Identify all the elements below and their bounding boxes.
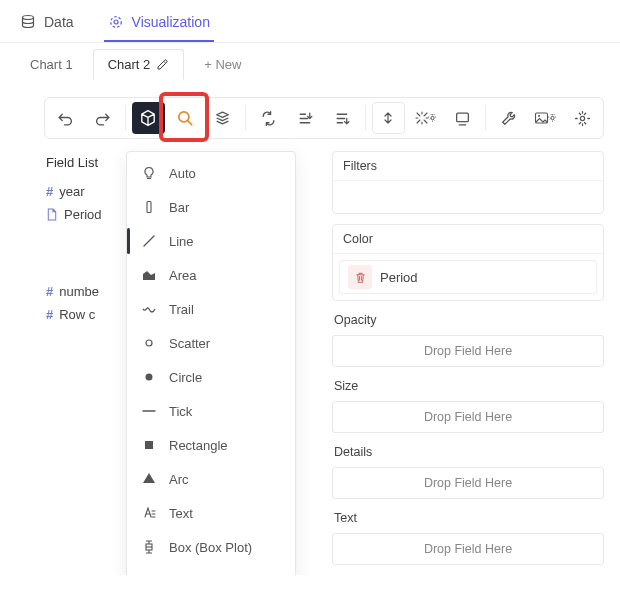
trash-icon[interactable]	[348, 265, 372, 289]
mark-auto[interactable]: Auto	[127, 156, 295, 190]
mark-area[interactable]: Area	[127, 258, 295, 292]
svg-rect-13	[145, 441, 153, 449]
tab-data-label: Data	[44, 14, 74, 30]
axis-resize-button[interactable]	[372, 102, 405, 134]
database-icon	[20, 14, 36, 30]
size-button[interactable]	[446, 102, 479, 134]
mark-circle[interactable]: Circle	[127, 360, 295, 394]
field-row-count[interactable]: #Row c	[44, 303, 116, 326]
svg-rect-5	[457, 113, 469, 122]
color-title: Color	[333, 225, 603, 254]
mark-trail[interactable]: Trail	[127, 292, 295, 326]
undo-button[interactable]	[49, 102, 82, 134]
redo-button[interactable]	[86, 102, 119, 134]
svg-rect-10	[147, 202, 151, 213]
svg-point-8	[551, 116, 554, 119]
line-icon	[141, 233, 157, 249]
filters-title: Filters	[333, 152, 603, 181]
transpose-button[interactable]	[252, 102, 285, 134]
sort-asc-button[interactable]	[289, 102, 322, 134]
document-type-icon	[46, 208, 58, 221]
mark-scatter[interactable]: Scatter	[127, 326, 295, 360]
text-icon	[141, 505, 157, 521]
color-field-period[interactable]: Period	[339, 260, 597, 294]
tab-data[interactable]: Data	[16, 8, 78, 42]
mark-type-dropdown: Auto Bar Line Area Trail Scatter Circle …	[126, 151, 296, 575]
filters-section: Filters	[332, 151, 604, 214]
chart-tab-2[interactable]: Chart 2	[93, 49, 185, 80]
svg-point-9	[580, 116, 584, 120]
svg-point-7	[538, 115, 540, 117]
svg-rect-6	[536, 113, 548, 123]
toolbar	[44, 97, 604, 139]
number-type-icon: #	[46, 184, 53, 199]
size-dropzone[interactable]: Drop Field Here	[332, 401, 604, 433]
tab-visualization[interactable]: Visualization	[104, 8, 214, 42]
arc-icon	[141, 471, 157, 487]
mark-box[interactable]: Box (Box Plot)	[127, 530, 295, 564]
boxplot-icon	[141, 539, 157, 555]
encoding-panel: Filters Color Period Opacity Drop Field …	[332, 151, 604, 575]
svg-point-4	[431, 116, 434, 119]
trail-icon	[141, 301, 157, 317]
text-title: Text	[332, 509, 604, 531]
scatter-icon	[141, 335, 157, 351]
field-list: Field List #year Period #numbe #Row c	[44, 151, 116, 575]
svg-point-1	[110, 17, 121, 28]
separator	[125, 105, 126, 131]
config-button[interactable]	[492, 102, 525, 134]
svg-point-2	[114, 20, 118, 24]
table-icon	[141, 573, 157, 575]
tick-icon	[141, 403, 157, 419]
field-list-title: Field List	[44, 151, 116, 180]
filters-dropzone[interactable]	[333, 181, 603, 213]
mark-type-button[interactable]	[169, 102, 202, 134]
mark-table[interactable]: Table	[127, 564, 295, 575]
stack-button[interactable]	[206, 102, 239, 134]
color-section: Color Period	[332, 224, 604, 301]
field-period[interactable]: Period	[44, 203, 116, 226]
area-icon	[141, 267, 157, 283]
layout-settings-button[interactable]	[409, 102, 442, 134]
mark-line[interactable]: Line	[127, 224, 295, 258]
size-title: Size	[332, 377, 604, 399]
tab-visualization-label: Visualization	[132, 14, 210, 30]
svg-point-0	[23, 16, 34, 20]
mark-tick[interactable]: Tick	[127, 394, 295, 428]
mark-arc[interactable]: Arc	[127, 462, 295, 496]
separator	[485, 105, 486, 131]
opacity-title: Opacity	[332, 311, 604, 333]
svg-point-12	[146, 374, 153, 381]
color-pill-label: Period	[380, 270, 418, 285]
mark-text[interactable]: Text	[127, 496, 295, 530]
number-type-icon: #	[46, 307, 53, 322]
field-year[interactable]: #year	[44, 180, 116, 203]
chart-tab-1[interactable]: Chart 1	[16, 50, 87, 79]
separator	[365, 105, 366, 131]
separator	[245, 105, 246, 131]
edit-icon	[156, 58, 169, 71]
settings-button[interactable]	[566, 102, 599, 134]
mark-bar[interactable]: Bar	[127, 190, 295, 224]
number-type-icon: #	[46, 284, 53, 299]
field-number[interactable]: #numbe	[44, 280, 116, 303]
opacity-dropzone[interactable]: Drop Field Here	[332, 335, 604, 367]
visualization-icon	[108, 14, 124, 30]
aggregation-button[interactable]	[132, 102, 165, 134]
details-title: Details	[332, 443, 604, 465]
details-dropzone[interactable]: Drop Field Here	[332, 467, 604, 499]
chart-tab-2-label: Chart 2	[108, 57, 151, 72]
sort-desc-button[interactable]	[326, 102, 359, 134]
svg-point-11	[146, 340, 152, 346]
rectangle-icon	[141, 437, 157, 453]
circle-icon	[141, 369, 157, 385]
bar-icon	[141, 199, 157, 215]
bulb-icon	[141, 165, 157, 181]
text-dropzone[interactable]: Drop Field Here	[332, 533, 604, 565]
chart-tab-new[interactable]: + New	[190, 50, 255, 79]
export-settings-button[interactable]	[529, 102, 562, 134]
mark-rectangle[interactable]: Rectangle	[127, 428, 295, 462]
